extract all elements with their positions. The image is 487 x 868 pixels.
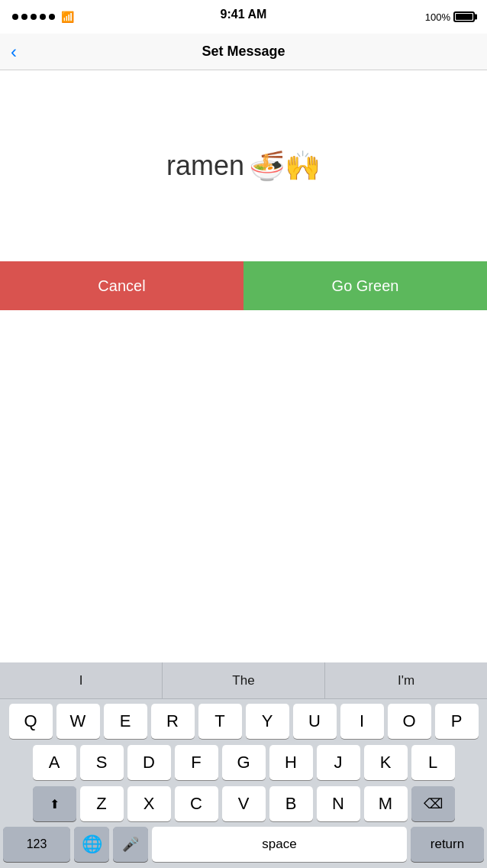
keyboard-row-1: Q W E R T Y U I O P — [0, 699, 487, 740]
return-key[interactable]: return — [411, 827, 484, 862]
key-k[interactable]: K — [364, 745, 408, 780]
key-b[interactable]: B — [269, 786, 313, 821]
key-q[interactable]: Q — [9, 704, 53, 739]
globe-key[interactable]: 🌐 — [74, 827, 109, 862]
shift-key[interactable]: ⬆ — [33, 786, 76, 821]
status-bar: 📶 9:41 AM 100% — [0, 0, 487, 34]
key-n[interactable]: N — [317, 786, 360, 821]
autocomplete-bar: I The I'm — [0, 662, 487, 699]
key-d[interactable]: D — [127, 745, 171, 780]
battery-fill — [456, 14, 472, 20]
key-m[interactable]: M — [364, 786, 408, 821]
key-o[interactable]: O — [388, 704, 431, 739]
nav-bar: ‹ Set Message — [0, 34, 487, 70]
numbers-key[interactable]: 123 — [3, 827, 70, 862]
key-c[interactable]: C — [175, 786, 218, 821]
page-title: Set Message — [202, 44, 285, 60]
key-i[interactable]: I — [340, 704, 384, 739]
key-a[interactable]: A — [33, 745, 76, 780]
keyboard-bottom-row: 123 🌐 🎤 space return — [0, 823, 487, 868]
signal-dot-2 — [21, 14, 27, 20]
message-area: ramen 🍜🙌 — [0, 70, 487, 261]
keyboard-row-3: ⬆ Z X C V B N M ⌫ — [0, 782, 487, 823]
signal-dot-5 — [49, 14, 55, 20]
back-button[interactable]: ‹ — [11, 43, 17, 61]
battery-percentage: 100% — [425, 11, 450, 23]
key-l[interactable]: L — [411, 745, 455, 780]
key-f[interactable]: F — [175, 745, 218, 780]
space-key[interactable]: space — [152, 827, 407, 862]
cancel-button[interactable]: Cancel — [0, 261, 244, 310]
key-g[interactable]: G — [222, 745, 266, 780]
status-left: 📶 — [12, 11, 74, 23]
key-u[interactable]: U — [293, 704, 337, 739]
message-content: ramen 🍜🙌 — [166, 149, 321, 183]
message-emoji: 🍜🙌 — [249, 149, 321, 183]
autocomplete-the[interactable]: The — [163, 662, 325, 698]
go-green-button[interactable]: Go Green — [244, 261, 487, 310]
status-time: 9:41 AM — [221, 8, 267, 21]
status-right: 100% — [425, 11, 475, 23]
wifi-icon: 📶 — [61, 11, 74, 23]
mic-key[interactable]: 🎤 — [113, 827, 148, 862]
key-w[interactable]: W — [56, 704, 100, 739]
key-r[interactable]: R — [151, 704, 195, 739]
key-t[interactable]: T — [198, 704, 242, 739]
autocomplete-i[interactable]: I — [0, 662, 163, 698]
battery-icon — [453, 11, 475, 22]
key-j[interactable]: J — [317, 745, 360, 780]
message-word: ramen — [166, 150, 244, 182]
key-s[interactable]: S — [80, 745, 124, 780]
key-e[interactable]: E — [104, 704, 147, 739]
key-p[interactable]: P — [435, 704, 479, 739]
keyboard: I The I'm Q W E R T Y U I O P A S D F G … — [0, 662, 487, 868]
delete-key[interactable]: ⌫ — [411, 786, 455, 821]
signal-dot-4 — [40, 14, 46, 20]
key-h[interactable]: H — [269, 745, 313, 780]
signal-dot-1 — [12, 14, 18, 20]
signal-dot-3 — [31, 14, 37, 20]
key-z[interactable]: Z — [80, 786, 124, 821]
action-buttons: Cancel Go Green — [0, 261, 487, 310]
autocomplete-im[interactable]: I'm — [325, 662, 487, 698]
key-x[interactable]: X — [127, 786, 171, 821]
keyboard-row-2: A S D F G H J K L — [0, 740, 487, 782]
key-v[interactable]: V — [222, 786, 266, 821]
key-y[interactable]: Y — [246, 704, 289, 739]
